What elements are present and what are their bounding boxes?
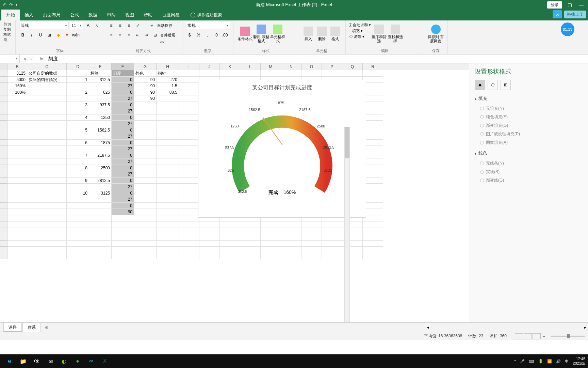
cell-E24[interactable] (89, 215, 112, 222)
cell-B7[interactable] (7, 108, 27, 114)
cell-H6[interactable] (157, 102, 179, 108)
cell-E30[interactable] (89, 253, 112, 260)
cell-C30[interactable] (27, 253, 67, 260)
cell-M28[interactable] (261, 241, 281, 247)
cell-M29[interactable] (261, 247, 281, 253)
dec-decimal-icon[interactable]: .00 (221, 31, 229, 39)
cell-C28[interactable] (27, 241, 67, 247)
cell-I25[interactable] (179, 221, 199, 228)
cell-D10[interactable]: 5 (67, 127, 89, 134)
tell-me[interactable]: 操作说明搜索 (184, 12, 222, 18)
cell-E27[interactable] (89, 234, 112, 241)
cell-C14[interactable] (27, 152, 67, 159)
tab-view[interactable]: 视图 (120, 10, 139, 20)
col-header-G[interactable]: G (134, 63, 157, 70)
cell-G29[interactable] (134, 247, 157, 253)
cell-D1[interactable] (67, 70, 89, 77)
col-header-I[interactable]: I (179, 63, 199, 70)
cell-B29[interactable] (7, 247, 27, 253)
tab-layout[interactable]: 页面布局 (38, 10, 65, 20)
cell-B11[interactable] (7, 133, 27, 140)
cell-E23[interactable] (89, 209, 112, 215)
cell-I15[interactable] (179, 158, 199, 165)
cell-G18[interactable] (134, 178, 157, 184)
cell-J26[interactable] (199, 228, 220, 234)
cell-N1[interactable] (281, 70, 301, 77)
cell-O29[interactable] (301, 247, 322, 253)
cell-Q1[interactable] (342, 70, 363, 77)
cell-R29[interactable] (363, 247, 383, 253)
tray-up-icon[interactable]: ^ (514, 359, 516, 363)
cell-P30[interactable] (322, 253, 342, 260)
cell-I12[interactable] (179, 140, 199, 146)
find-select-button[interactable]: 查找和选择 (387, 22, 404, 46)
cell-J29[interactable] (199, 247, 220, 253)
align-bot-icon[interactable]: ≡ (125, 22, 133, 29)
cell-E13[interactable] (89, 146, 112, 152)
cell-C26[interactable] (27, 228, 67, 234)
cell-D13[interactable] (67, 146, 89, 152)
cell-B18[interactable] (7, 178, 27, 184)
cell-H16[interactable] (157, 165, 179, 171)
cell-G7[interactable] (134, 108, 157, 114)
enter-icon[interactable]: ✓ (30, 57, 33, 61)
cell-F17[interactable]: 27 (112, 171, 134, 178)
col-header-K[interactable]: K (220, 63, 240, 70)
ribbon-options-icon[interactable]: ▢ (566, 2, 574, 7)
cell-N26[interactable] (281, 228, 301, 234)
format-cells-button[interactable]: 格式 (328, 22, 342, 46)
cell-B26[interactable] (7, 228, 27, 234)
comma-icon[interactable]: , (203, 31, 211, 39)
cancel-icon[interactable]: ✕ (23, 57, 27, 61)
cell-H29[interactable] (157, 247, 179, 253)
cell-N25[interactable] (281, 221, 301, 228)
line-section-header[interactable]: ▸ 线条 (475, 150, 583, 156)
cell-G21[interactable] (134, 196, 157, 203)
fill-option[interactable]: 纯色填充(S) (475, 113, 583, 121)
cut-button[interactable]: 剪切 (3, 22, 12, 27)
cell-F2[interactable]: 0 (112, 77, 134, 83)
cell-H7[interactable] (157, 108, 179, 114)
cell-K27[interactable] (220, 234, 240, 241)
cell-E17[interactable] (89, 171, 112, 178)
cell-C11[interactable] (27, 133, 67, 140)
cell-D9[interactable] (67, 121, 89, 127)
cell-F9[interactable]: 27 (112, 121, 134, 127)
cell-C24[interactable] (27, 215, 67, 222)
cell-I1[interactable] (179, 70, 199, 77)
cell-R1[interactable] (363, 70, 383, 77)
store-icon[interactable]: 🛍 (30, 356, 44, 367)
row-header[interactable] (0, 102, 7, 108)
cell-J27[interactable] (199, 234, 220, 241)
undo-icon[interactable]: ↶ (3, 2, 6, 7)
align-center-icon[interactable]: ≡ (116, 31, 124, 39)
cell-O30[interactable] (301, 253, 322, 260)
cell-F14[interactable]: 0 (112, 152, 134, 159)
cell-I27[interactable] (179, 234, 199, 241)
cell-O25[interactable] (301, 221, 322, 228)
cell-C9[interactable] (27, 121, 67, 127)
cell-B21[interactable] (7, 196, 27, 203)
cell-E7[interactable] (89, 108, 112, 114)
cell-L1[interactable] (240, 70, 261, 77)
cell-F20[interactable]: 0 (112, 190, 134, 197)
fill-option[interactable]: 图案填充(A) (475, 138, 583, 147)
cell-D4[interactable]: 2 (67, 89, 89, 96)
cell-D7[interactable] (67, 108, 89, 114)
cell-G19[interactable] (134, 184, 157, 190)
row-header[interactable] (0, 234, 7, 241)
cell-F4[interactable]: 0 (112, 89, 134, 96)
cell-C5[interactable] (27, 95, 67, 102)
cell-E16[interactable]: 2500 (89, 165, 112, 171)
cell-H15[interactable] (157, 158, 179, 165)
cell-I6[interactable] (179, 102, 199, 108)
cell-L28[interactable] (240, 241, 261, 247)
cell-H2[interactable]: 270 (157, 77, 179, 83)
cell-F24[interactable] (112, 215, 134, 222)
cell-D14[interactable]: 7 (67, 152, 89, 159)
cell-G1[interactable]: 外色 (134, 70, 157, 77)
align-left-icon[interactable]: ≡ (108, 31, 115, 39)
cell-B9[interactable] (7, 121, 27, 127)
increase-font-icon[interactable]: A (84, 22, 92, 29)
cell-H12[interactable] (157, 140, 179, 146)
